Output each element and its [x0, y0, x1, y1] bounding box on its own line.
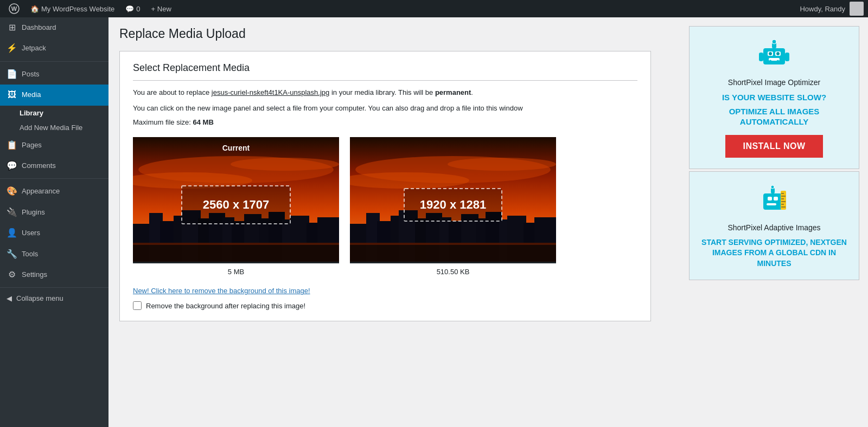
collapse-menu-button[interactable]: ◀ Collapse menu: [0, 290, 108, 307]
ad1-title: ShortPixel Image Optimizer: [700, 78, 848, 87]
max-file-size: 64 MB: [193, 118, 214, 126]
sidebar-item-appearance[interactable]: 🎨 Appearance: [0, 181, 108, 202]
wp-logo-link[interactable]: W: [4, 0, 24, 17]
svg-rect-64: [771, 188, 775, 193]
section-title: Select Replacement Media: [133, 62, 637, 81]
wp-content: Replace Media Upload Select Replacement …: [108, 17, 868, 427]
sidebar-label-media: Media: [22, 90, 102, 100]
sidebar-label-users: Users: [22, 228, 102, 238]
sidebar-label-posts: Posts: [22, 69, 102, 79]
svg-rect-61: [768, 197, 772, 200]
ad-card-1: ShortPixel Image Optimizer IS YOUR WEBSI…: [689, 26, 859, 169]
ad-card-2: ShortPixel Adaptive Images START SERVING…: [689, 171, 859, 281]
menu-sep-3: [0, 287, 108, 288]
sidebar-item-posts[interactable]: 📄 Posts: [0, 64, 108, 85]
replace-media-box: Select Replacement Media You are about t…: [119, 51, 651, 322]
tools-icon: 🔧: [7, 248, 17, 260]
menu-sep-1: [0, 61, 108, 62]
current-image-panel[interactable]: Current: [133, 137, 339, 276]
admin-sidebar: ⊞ Dashboard ⚡ Jetpack 📄 Posts 🖼 Media Li…: [0, 17, 108, 427]
library-label: Library: [20, 109, 43, 117]
sidebar-label-tools: Tools: [22, 249, 102, 259]
new-label: + New: [151, 5, 171, 13]
sidebar-item-comments[interactable]: 💬 Comments: [0, 156, 108, 176]
desc-prefix: You are about to replace: [133, 88, 212, 96]
sidebar-item-dashboard[interactable]: ⊞ Dashboard: [0, 17, 108, 38]
avatar: [850, 2, 864, 16]
comments-icon: 💬: [125, 5, 134, 13]
main-wrap: Replace Media Upload Select Replacement …: [119, 26, 651, 321]
dashboard-icon: ⊞: [7, 22, 17, 34]
sidebar-item-media[interactable]: 🖼 Media: [0, 85, 108, 105]
sidebar-item-users[interactable]: 👤 Users: [0, 223, 108, 243]
remove-bg-checkbox[interactable]: [133, 301, 142, 310]
howdy-text: Howdy, Randy: [800, 5, 845, 13]
site-name: My WordPress Website: [41, 5, 114, 13]
image-compare: Current: [133, 137, 637, 276]
jetpack-icon: ⚡: [7, 42, 17, 54]
new-link[interactable]: + New: [147, 0, 176, 17]
plugins-icon: 🔌: [7, 206, 17, 218]
current-city-image: 2560 x 1707: [133, 137, 339, 262]
remove-bg-checkbox-row: Remove the background after replacing th…: [133, 301, 637, 310]
svg-text:1920 x 1281: 1920 x 1281: [420, 198, 486, 211]
current-image-wrapper[interactable]: Current: [133, 137, 339, 263]
svg-point-5: [231, 158, 339, 171]
home-icon: 🏠: [30, 5, 39, 13]
ad1-sub-tagline: OPTIMIZE ALL IMAGES AUTOMATICALLY: [700, 106, 848, 127]
svg-rect-57: [785, 53, 789, 61]
sidebar-item-jetpack[interactable]: ⚡ Jetpack: [0, 38, 108, 59]
collapse-arrow-icon: ◀: [7, 294, 12, 302]
sidebar-label-plugins: Plugins: [22, 208, 102, 217]
sidebar-item-settings[interactable]: ⚙ Settings: [0, 264, 108, 285]
remove-bg-link[interactable]: New! Click here to remove the background…: [133, 287, 637, 295]
sidebar-label-dashboard: Dashboard: [22, 23, 102, 33]
svg-rect-22: [133, 243, 339, 262]
users-icon: 👤: [7, 227, 17, 239]
sidebar-subitem-library[interactable]: Library: [0, 106, 108, 120]
sidebar-label-jetpack: Jetpack: [22, 43, 102, 53]
page-title: Replace Media Upload: [119, 26, 651, 42]
menu-sep-2: [0, 178, 108, 179]
pages-icon: 📋: [7, 139, 17, 151]
robot-icon-2: [758, 183, 790, 215]
robot-icon-1: [758, 37, 790, 70]
collapse-label: Collapse menu: [16, 294, 63, 302]
replacement-image-wrapper[interactable]: 1920 x 1281: [350, 137, 556, 263]
install-now-button[interactable]: INSTALL NOW: [725, 135, 822, 158]
sidebar-item-pages[interactable]: 📋 Pages: [0, 135, 108, 156]
filename-link[interactable]: jesus-curiel-nskeft4t1KA-unsplash.jpg: [212, 88, 330, 96]
svg-rect-47: [350, 243, 556, 245]
site-name-link[interactable]: 🏠 My WordPress Website: [26, 0, 119, 17]
comments-menu-icon: 💬: [7, 160, 17, 172]
sidebar-item-tools[interactable]: 🔧 Tools: [0, 244, 108, 264]
svg-text:W: W: [11, 5, 17, 12]
replacement-image-panel[interactable]: 1920 x 1281 510.50 KB: [350, 137, 556, 276]
settings-icon: ⚙: [7, 269, 17, 281]
file-size-info: Maximum file size: 64 MB: [133, 118, 637, 126]
current-image-label: Current: [222, 144, 250, 152]
svg-rect-63: [767, 203, 776, 205]
image2-size: 510.50 KB: [350, 268, 556, 276]
media-icon: 🖼: [7, 89, 17, 101]
desc-suffix: in your media library. This will be: [329, 88, 435, 96]
replace-description: You are about to replace jesus-curiel-ns…: [133, 87, 637, 99]
sidebar-ads: ShortPixel Image Optimizer IS YOUR WEBSI…: [689, 17, 868, 427]
wp-body: Replace Media Upload Select Replacement …: [108, 17, 689, 427]
ad2-title: ShortPixel Adaptive Images: [700, 223, 848, 232]
replace-description-2: You can click on the new image panel and…: [133, 103, 637, 114]
posts-icon: 📄: [7, 68, 17, 80]
replacement-city-image: 1920 x 1281: [350, 137, 556, 262]
appearance-icon: 🎨: [7, 185, 17, 197]
sidebar-label-appearance: Appearance: [22, 186, 102, 196]
max-file-label: Maximum file size:: [133, 118, 193, 126]
svg-point-29: [448, 158, 556, 171]
comments-link[interactable]: 💬 0: [121, 0, 144, 17]
svg-point-59: [776, 52, 780, 55]
svg-point-58: [769, 52, 772, 55]
svg-rect-62: [774, 197, 778, 200]
sidebar-subitem-add-new[interactable]: Add New Media File: [0, 120, 108, 135]
sidebar-item-plugins[interactable]: 🔌 Plugins: [0, 202, 108, 223]
admin-bar: W 🏠 My WordPress Website 💬 0 + New Howdy…: [0, 0, 868, 17]
svg-rect-23: [133, 243, 339, 245]
